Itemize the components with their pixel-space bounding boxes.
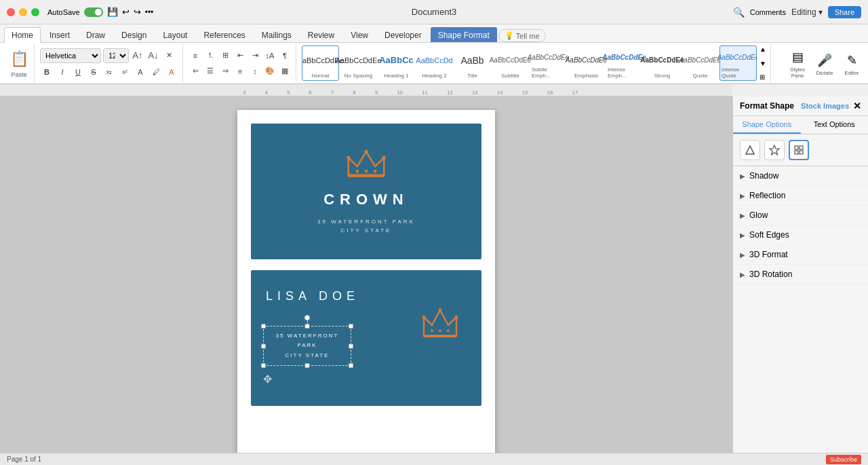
decrease-indent-btn[interactable]: ⇤ — [233, 49, 247, 62]
minimize-button[interactable] — [19, 8, 27, 16]
fill-line-icon-btn[interactable] — [740, 140, 760, 160]
increase-font-btn[interactable]: A↑ — [131, 49, 144, 62]
multilevel-list-btn[interactable]: ⊞ — [218, 49, 232, 62]
increase-indent-btn[interactable]: ⇥ — [248, 49, 262, 62]
tab-shape-format[interactable]: Shape Format — [431, 27, 497, 42]
justify-btn[interactable]: ≡ — [233, 64, 247, 78]
strikethrough-btn[interactable]: S — [87, 65, 100, 79]
svg-rect-21 — [800, 151, 803, 154]
3d-rotation-option[interactable]: ▶ 3D Rotation — [733, 265, 868, 284]
comments-button[interactable]: Comments — [750, 8, 786, 16]
tab-review[interactable]: Review — [300, 27, 342, 42]
highlight-btn[interactable]: 🖊 — [149, 65, 163, 79]
font-size-select[interactable]: 12 — [103, 48, 129, 63]
tab-home[interactable]: Home — [4, 27, 41, 43]
align-left-btn[interactable]: ⇐ — [189, 64, 202, 78]
font-color-btn[interactable]: A — [165, 65, 178, 79]
style-heading2[interactable]: AaBbCcDd Heading 2 — [416, 45, 453, 81]
line-spacing-btn[interactable]: ↕ — [248, 64, 262, 78]
reflection-option[interactable]: ▶ Reflection — [733, 186, 868, 206]
clear-format-btn[interactable]: ✕ — [162, 49, 176, 62]
handle-br[interactable] — [349, 363, 353, 368]
tab-references[interactable]: References — [196, 27, 252, 42]
show-hide-btn[interactable]: ¶ — [278, 49, 292, 62]
style-normal[interactable]: AaBbCcDdEe Normal — [302, 45, 339, 81]
tab-developer[interactable]: Developer — [377, 27, 429, 42]
editor-button[interactable]: ✎ Editor — [840, 50, 864, 77]
tab-insert[interactable]: Insert — [42, 27, 77, 42]
toolbar-more-icon[interactable]: ••• — [145, 7, 154, 17]
style-emphasis[interactable]: AaBbCcDdEe Emphasis — [568, 45, 605, 81]
soft-edges-option[interactable]: ▶ Soft Edges — [733, 225, 868, 245]
handle-tr[interactable] — [349, 324, 353, 329]
paste-button[interactable]: 📋 Paste — [8, 48, 30, 78]
text-color-btn[interactable]: A — [134, 65, 147, 79]
effects-icon-btn[interactable] — [764, 140, 785, 160]
bold-btn[interactable]: B — [40, 65, 54, 79]
style-strong[interactable]: AaBbCcDdEe Strong — [644, 45, 681, 81]
bullets-btn[interactable]: ≡ — [189, 49, 202, 62]
handle-mr[interactable] — [349, 343, 353, 348]
style-no-spacing[interactable]: AaBbCcDdEe No Spacing — [340, 45, 377, 81]
superscript-btn[interactable]: x² — [118, 65, 132, 79]
align-right-btn[interactable]: ⇒ — [218, 64, 232, 78]
shadow-option[interactable]: ▶ Shadow — [733, 166, 868, 186]
layout-position-icon-btn[interactable] — [789, 140, 809, 160]
handle-tl[interactable] — [261, 324, 266, 329]
panel-icons — [733, 134, 868, 166]
tab-draw[interactable]: Draw — [79, 27, 113, 42]
styles-scroll-down[interactable]: ▼ — [760, 60, 766, 67]
shading-btn[interactable]: 🎨 — [263, 64, 277, 78]
styles-scroll-up[interactable]: ▲ — [760, 45, 766, 53]
tab-layout[interactable]: Layout — [155, 27, 195, 42]
style-quote[interactable]: AaBbCcDdEe Quote — [682, 45, 719, 81]
sort-btn[interactable]: ↕A — [263, 49, 277, 62]
3d-format-option[interactable]: ▶ 3D Format — [733, 245, 868, 265]
style-subtitle[interactable]: AaBbCcDdEe Subtitle — [492, 45, 529, 81]
borders-btn[interactable]: ▦ — [278, 64, 292, 78]
style-intense-emph[interactable]: AaBbCcDdEe Intense Emph... — [606, 45, 643, 81]
font-name-select[interactable]: Helvetica — [40, 48, 101, 63]
toolbar-undo-icon[interactable]: ↩ — [122, 7, 130, 17]
numbered-list-btn[interactable]: ⒈ — [203, 49, 217, 62]
style-heading1[interactable]: AaBbCc Heading 1 — [378, 45, 415, 81]
tab-view[interactable]: View — [343, 27, 376, 42]
search-icon[interactable]: 🔍 — [733, 7, 745, 18]
address-textbox[interactable]: 35 WATERFRONT PARK CITY STATE — [263, 326, 351, 366]
style-title[interactable]: AaBb Title — [454, 45, 491, 81]
underline-btn[interactable]: U — [71, 65, 85, 79]
align-center-btn[interactable]: ☰ — [203, 64, 217, 78]
dictate-button[interactable]: 🎤 Dictate — [812, 50, 837, 77]
styles-expand[interactable]: ⊞ — [760, 73, 766, 81]
close-button[interactable] — [7, 8, 15, 16]
tab-design[interactable]: Design — [114, 27, 154, 42]
style-subtle-emph[interactable]: AaBbCcDdEe Subtle Emph... — [530, 45, 567, 81]
move-cursor-indicator: ✥ — [263, 373, 272, 386]
editing-button[interactable]: Editing ▾ — [791, 7, 823, 17]
italic-btn[interactable]: I — [56, 65, 69, 79]
subscript-btn[interactable]: x₂ — [102, 65, 116, 79]
business-card-2[interactable]: LISA DOE — [251, 270, 481, 406]
subscribe-badge[interactable]: Subscribe — [826, 455, 861, 464]
handle-ml[interactable] — [261, 343, 266, 348]
toolbar-redo-icon[interactable]: ↪ — [134, 7, 141, 17]
maximize-button[interactable] — [31, 8, 39, 16]
svg-point-13 — [431, 329, 433, 332]
handle-mb[interactable] — [305, 363, 310, 368]
glow-option[interactable]: ▶ Glow — [733, 206, 868, 225]
tab-shape-options[interactable]: Shape Options — [733, 116, 801, 134]
handle-bl[interactable] — [261, 363, 266, 368]
styles-pane-button[interactable]: ▤ StylesPane — [785, 46, 810, 80]
style-intense-quote[interactable]: AaBbCcDdEe Intense Quote — [719, 45, 757, 81]
decrease-font-btn[interactable]: A↓ — [146, 49, 160, 62]
panel-close-icon[interactable]: ✕ — [853, 100, 861, 111]
stock-images-link[interactable]: Stock Images — [801, 102, 849, 110]
autosave-toggle[interactable] — [84, 7, 103, 17]
handle-mt[interactable] — [305, 324, 310, 329]
share-button[interactable]: Share — [828, 6, 861, 18]
toolbar-save-icon[interactable]: 💾 — [107, 7, 118, 17]
tell-me-box[interactable]: 💡 Tell me — [498, 29, 546, 42]
tab-mailings[interactable]: Mailings — [254, 27, 299, 42]
address-textbox-container[interactable]: 35 WATERFRONT PARK CITY STATE — [263, 326, 351, 366]
tab-text-options[interactable]: Text Options — [801, 116, 869, 134]
